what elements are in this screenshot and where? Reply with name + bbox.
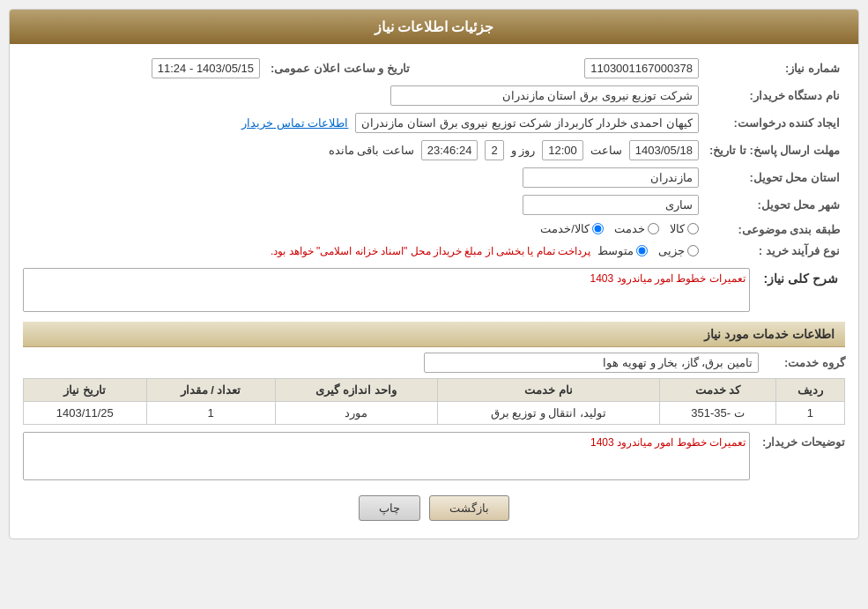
mohlat-ersal-label: مهلت ارسال پاسخ: تا تاریخ: [704, 137, 845, 164]
goroh-khedmat-label: گروه خدمت: [766, 356, 845, 369]
col-taarikh-niyaz: تاریخ نیاز [24, 379, 147, 402]
radio-motavasset-label: متوسط [597, 244, 634, 257]
radio-kala-label: کالا [670, 222, 685, 235]
name-dastgah-value: شرکت توزیع نیروی برق استان مازندران [390, 85, 699, 106]
tozihat-label: توضیحات خریدار: [757, 432, 845, 449]
button-row: بازگشت چاپ [23, 495, 845, 521]
tozihat-textarea[interactable] [23, 432, 750, 480]
page-header: جزئیات اطلاعات نیاز [10, 10, 858, 44]
etelaat-tamas-link[interactable]: اطلاعات تماس خریدار [241, 116, 348, 130]
taarikh-oalan-value: 1403/05/15 - 11:24 [152, 58, 260, 78]
header-title: جزئیات اطلاعات نیاز [375, 19, 494, 34]
goroh-khedmat-value: تامین برق، گاز، بخار و تهویه هوا [424, 353, 759, 373]
sharh-koli-label: شرح کلی نیاز: [757, 268, 845, 289]
radio-khedmat-label: خدمت [614, 222, 645, 235]
cell-name-khedmat: تولید، انتقال و توزیع برق [437, 402, 659, 425]
radio-kala-khedmat-label: کالا/خدمت [540, 222, 590, 235]
ijad-konande-label: ایجاد کننده درخواست: [704, 109, 845, 137]
cell-taarikh-niyaz: 1403/11/25 [24, 402, 147, 425]
radio-kala[interactable]: کالا [670, 222, 699, 235]
services-table: ردیف کد خدمت نام خدمت واحد اندازه گیری ت… [23, 378, 845, 425]
sharh-koli-area: تعمیرات خطوط امور میاندرود 1403 [23, 268, 750, 315]
saat-value: 12:00 [542, 140, 583, 160]
col-code-khedmat: کد خدمت [660, 379, 776, 402]
table-row: 1 ت -35-351 تولید، انتقال و توزیع برق مو… [24, 402, 845, 425]
roz-label: روز و [511, 144, 536, 157]
nooe-farayand-label: نوع فرآیند خرید : [704, 241, 845, 261]
ostan-tahvil-value: مازندران [523, 167, 699, 188]
shomara-niyaz-value: 1103001167000378 [584, 58, 699, 78]
radio-kala-khedmat[interactable]: کالا/خدمت [540, 222, 604, 235]
tabaghebandi-label: طبقه بندی موضوعی: [704, 219, 845, 241]
col-vahed-andaze: واحد اندازه گیری [275, 379, 437, 402]
baqi-mande-label: ساعت باقی مانده [329, 144, 414, 157]
pardakht-text: پرداخت تمام یا بخشی از مبلغ خریداز محل "… [271, 245, 590, 257]
ostan-tahvil-label: استان محل تحویل: [704, 164, 845, 191]
deadline-date: 1403/05/18 [629, 140, 699, 160]
info-table: شماره نیاز: 1103001167000378 تاریخ و ساع… [23, 55, 845, 261]
radio-motavasset[interactable]: متوسط [597, 244, 648, 257]
name-dastgah-label: نام دستگاه خریدار: [704, 82, 845, 109]
radio-khedmat[interactable]: خدمت [614, 222, 659, 235]
back-button[interactable]: بازگشت [429, 495, 509, 521]
baqi-mande-value: 23:46:24 [421, 140, 479, 160]
col-radif: ردیف [775, 379, 844, 402]
tozihat-area: تعمیرات خطوط امور میاندرود 1403 [23, 432, 750, 483]
shahr-tahvil-label: شهر محل تحویل: [704, 191, 845, 219]
roz-value: 2 [485, 140, 503, 160]
etelaat-khedmat-title: اطلاعات خدمات مورد نیاز [23, 322, 845, 347]
col-name-khedmat: نام خدمت [437, 379, 659, 402]
cell-tedad-megdar: 1 [146, 402, 275, 425]
shahr-tahvil-value: ساری [523, 195, 699, 215]
saat-label: ساعت [590, 144, 622, 157]
ijad-konande-value: کیهان احمدی خلردار کاربرداز شرکت توزیع ن… [355, 113, 699, 133]
print-button[interactable]: چاپ [359, 495, 420, 521]
shomara-niyaz-label: شماره نیاز: [704, 55, 845, 82]
radio-jozii-label: جزیی [658, 244, 685, 257]
sharh-koli-textarea[interactable] [23, 268, 750, 312]
col-tedad-megdar: تعداد / مقدار [146, 379, 275, 402]
taarikh-oalan-label: تاریخ و ساعت اعلان عمومی: [265, 55, 415, 82]
cell-radif: 1 [775, 402, 844, 425]
radio-jozii[interactable]: جزیی [658, 244, 699, 257]
cell-vahed-andaze: مورد [275, 402, 437, 425]
cell-code-khedmat: ت -35-351 [660, 402, 776, 425]
